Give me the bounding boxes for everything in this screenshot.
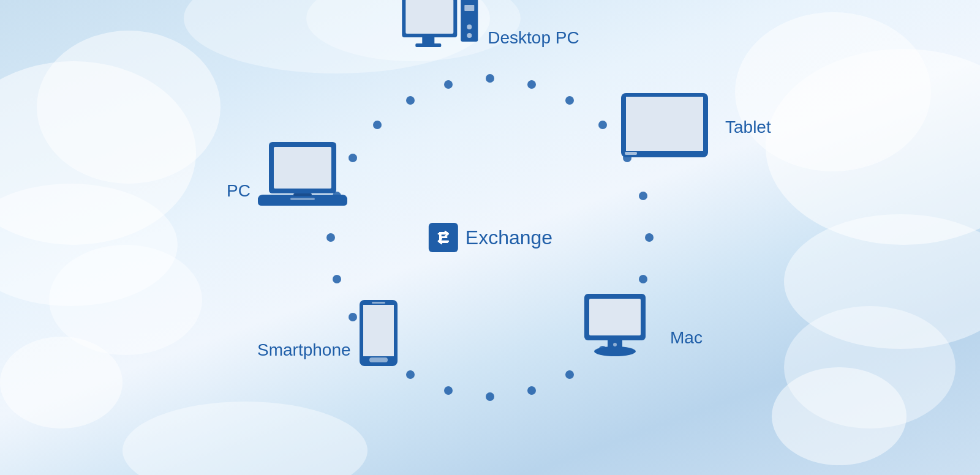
svg-point-41: [613, 343, 617, 346]
pc-label: PC: [227, 181, 251, 201]
svg-point-20: [349, 154, 357, 162]
svg-rect-27: [405, 0, 453, 34]
svg-point-11: [527, 386, 536, 395]
svg-point-1: [527, 80, 536, 89]
svg-point-13: [444, 386, 453, 395]
desktop-pc-icon: [401, 0, 480, 66]
svg-point-18: [326, 233, 335, 242]
pc-laptop-device: PC: [227, 140, 349, 213]
svg-point-0: [486, 74, 494, 83]
svg-rect-45: [372, 302, 385, 304]
mac-device: Mac: [582, 293, 703, 366]
svg-point-2: [565, 96, 574, 105]
desktop-pc-device: Desktop PC: [401, 0, 579, 66]
svg-point-40: [594, 346, 636, 356]
svg-point-14: [406, 370, 415, 379]
svg-point-17: [333, 275, 341, 283]
smartphone-label: Smartphone: [257, 340, 351, 360]
svg-rect-46: [274, 147, 331, 189]
svg-point-22: [406, 96, 415, 105]
smartphone-device: Smartphone: [257, 299, 400, 372]
svg-point-7: [639, 275, 647, 283]
svg-point-12: [486, 392, 494, 401]
exchange-center-label: E Exchange: [428, 222, 552, 253]
svg-rect-47: [290, 198, 315, 200]
laptop-icon: [257, 140, 349, 213]
svg-point-10: [565, 370, 574, 379]
svg-point-33: [467, 33, 472, 38]
svg-rect-43: [363, 305, 394, 356]
svg-rect-35: [626, 97, 703, 151]
tablet-icon: [619, 91, 717, 164]
exchange-text-label: Exchange: [466, 226, 552, 249]
svg-rect-38: [589, 299, 641, 335]
svg-point-6: [645, 233, 654, 242]
svg-rect-36: [625, 152, 637, 155]
svg-rect-31: [464, 5, 474, 11]
tablet-device: Tablet: [619, 91, 771, 164]
tablet-label: Tablet: [725, 118, 771, 137]
svg-rect-29: [415, 43, 441, 47]
mac-label: Mac: [670, 328, 703, 348]
mac-icon: [582, 293, 662, 366]
svg-rect-44: [369, 357, 388, 362]
svg-point-23: [444, 80, 453, 89]
svg-text:E: E: [438, 228, 448, 247]
smartphone-icon: [357, 299, 400, 372]
exchange-icon: E: [428, 222, 459, 253]
svg-point-5: [639, 192, 647, 200]
svg-point-21: [373, 121, 382, 129]
svg-rect-48: [293, 193, 312, 196]
svg-point-3: [598, 121, 607, 129]
desktop-pc-label: Desktop PC: [488, 28, 579, 48]
svg-point-32: [467, 24, 472, 29]
